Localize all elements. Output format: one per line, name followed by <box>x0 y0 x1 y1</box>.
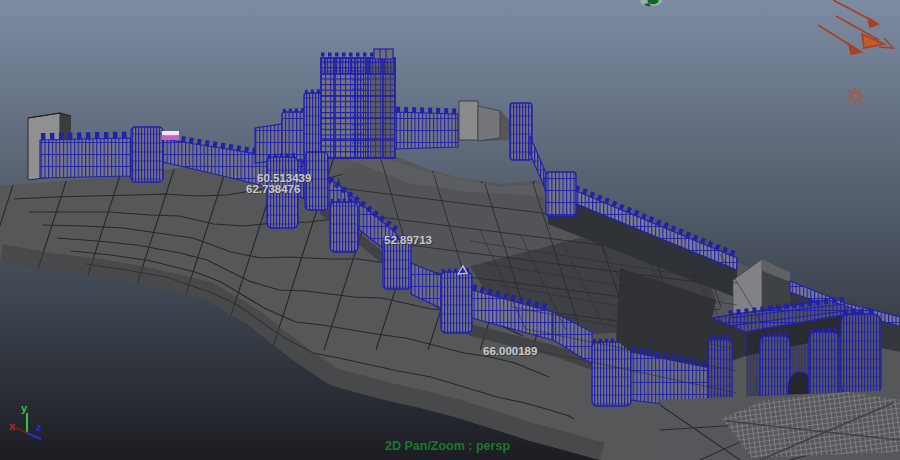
svg-text:y: y <box>21 402 28 414</box>
svg-text:x: x <box>9 420 16 432</box>
svg-text:z: z <box>36 421 42 433</box>
svg-text:2D Pan/Zoom : persp: 2D Pan/Zoom : persp <box>385 439 510 453</box>
svg-text:66.000189: 66.000189 <box>483 345 537 357</box>
svg-text:52.89713: 52.89713 <box>384 234 432 246</box>
svg-text:62.738476: 62.738476 <box>246 183 300 195</box>
